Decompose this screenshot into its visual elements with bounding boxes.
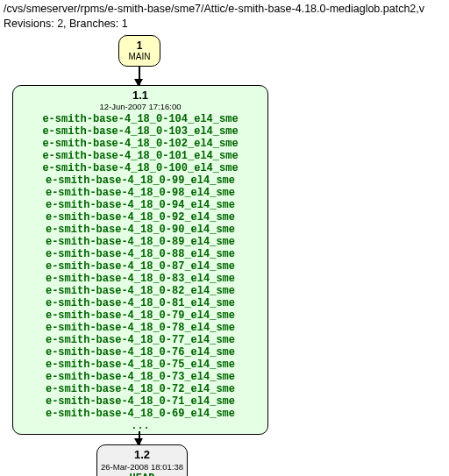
revision-version: 1.2 xyxy=(101,448,183,461)
tags-ellipsis: ... xyxy=(17,420,264,432)
branch-node-main[interactable]: 1 MAIN xyxy=(118,35,160,67)
head-label: HEAD xyxy=(101,472,183,476)
revision-node-1.1[interactable]: 1.1 12-Jun-2007 17:16:00 e-smith-base-4_… xyxy=(12,85,268,435)
revision-timestamp: 12-Jun-2007 17:16:00 xyxy=(17,102,264,111)
branch-number: 1 xyxy=(123,39,156,52)
revision-graph: 1 MAIN 1.1 12-Jun-2007 17:16:00 e-smith-… xyxy=(0,35,449,476)
header: /cvs/smeserver/rpms/e-smith-base/sme7/At… xyxy=(0,0,449,35)
branch-label: MAIN xyxy=(123,52,156,62)
path-text: /cvs/smeserver/rpms/e-smith-base/sme7/At… xyxy=(4,2,445,17)
revision-tags: e-smith-base-4_18_0-104_el4_sme e-smith-… xyxy=(17,113,264,420)
revision-node-1.2[interactable]: 1.2 26-Mar-2008 18:01:38 HEAD xyxy=(96,444,188,476)
revision-version: 1.1 xyxy=(17,89,264,102)
revision-timestamp: 26-Mar-2008 18:01:38 xyxy=(101,462,183,472)
meta-text: Revisions: 2, Branches: 1 xyxy=(4,17,445,32)
